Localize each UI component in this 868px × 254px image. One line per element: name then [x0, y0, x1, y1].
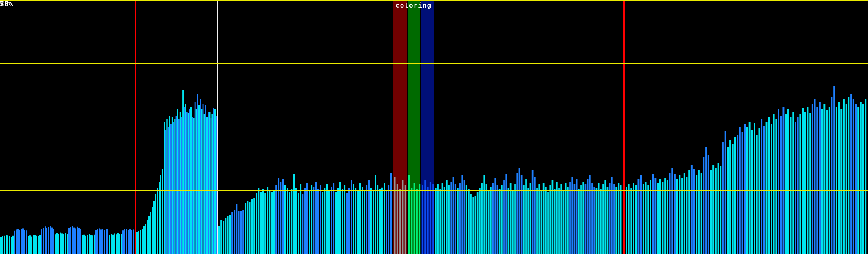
- usage-graph: 75% 50% 25% coloring: [0, 0, 868, 254]
- y-axis-label-25: 25%: [0, 0, 13, 8]
- coloring-legend-label: coloring: [395, 1, 431, 9]
- bars-canvas: [0, 0, 868, 254]
